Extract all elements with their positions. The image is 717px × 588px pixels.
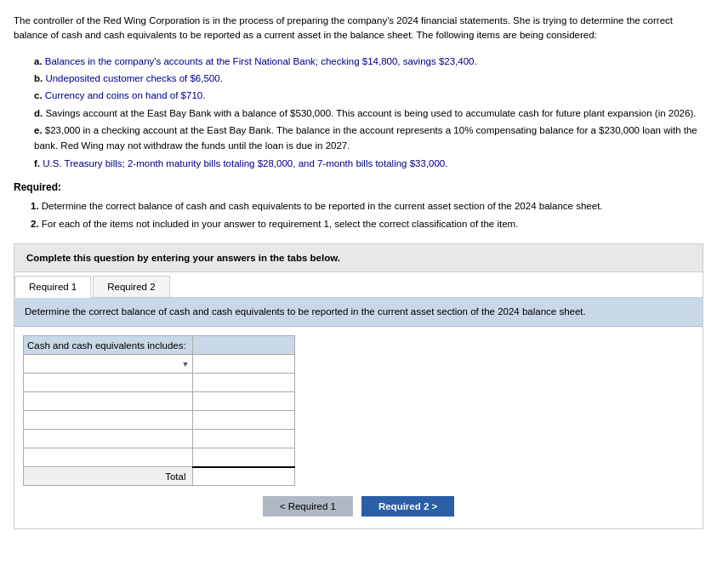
item-f: f. U.S. Treasury bills; 2-month maturity… — [34, 156, 703, 171]
item-c: c. Currency and coins on hand of $710. — [34, 88, 703, 103]
required-heading: Required: — [14, 181, 703, 193]
total-label: Total — [24, 467, 193, 486]
instruction-text: Complete this question by entering your … — [26, 253, 340, 263]
row3-label[interactable] — [24, 392, 193, 411]
required-list: 1. Determine the correct balance of cash… — [31, 198, 703, 231]
row4-value[interactable] — [193, 411, 295, 430]
prev-button[interactable]: < Required 1 — [263, 496, 353, 517]
table-row: ▼ — [24, 355, 295, 374]
table-row — [24, 392, 295, 411]
row4-label[interactable] — [24, 411, 193, 430]
table-row — [24, 411, 295, 430]
instruction-box: Complete this question by entering your … — [14, 243, 703, 272]
table-row — [24, 430, 295, 448]
table-section: Cash and cash equivalents includes: ▼ — [14, 327, 703, 486]
item-d: d. Savings account at the East Bay Bank … — [34, 106, 703, 121]
row6-value[interactable] — [193, 448, 295, 467]
table-header-row: Cash and cash equivalents includes: — [24, 336, 295, 355]
cash-table: Cash and cash equivalents includes: ▼ — [23, 335, 295, 486]
row5-label[interactable] — [24, 430, 193, 448]
tab-content: Determine the correct balance of cash an… — [14, 298, 703, 528]
item-b: b. Undeposited customer checks of $6,500… — [34, 71, 703, 86]
intro-paragraph: The controller of the Red Wing Corporati… — [14, 14, 703, 43]
row2-label[interactable] — [24, 374, 193, 392]
next-button[interactable]: Required 2 > — [361, 496, 454, 517]
row1-label[interactable]: ▼ — [24, 355, 193, 374]
row2-value[interactable] — [193, 374, 295, 392]
total-value[interactable] — [193, 467, 295, 486]
required-item-1: 1. Determine the correct balance of cash… — [31, 198, 703, 214]
tab-required2[interactable]: Required 2 — [93, 276, 169, 297]
table-row — [24, 448, 295, 467]
nav-buttons: < Required 1 Required 2 > — [14, 486, 703, 528]
tab-description: Determine the correct balance of cash an… — [14, 298, 703, 327]
table-header-value — [193, 336, 295, 355]
items-list: a. Balances in the company's accounts at… — [34, 54, 703, 172]
row1-value[interactable] — [193, 355, 295, 374]
table-total-row: Total — [24, 467, 295, 486]
row5-value[interactable] — [193, 430, 295, 448]
tabs-container: Required 1 Required 2 Determine the corr… — [14, 272, 703, 529]
row6-label[interactable] — [24, 448, 193, 467]
required-item-2: 2. For each of the items not included in… — [31, 216, 703, 231]
item-e: e. $23,000 in a checking account at the … — [34, 123, 703, 154]
tabs-header: Required 1 Required 2 — [14, 272, 703, 298]
tab-required1[interactable]: Required 1 — [14, 276, 91, 298]
row3-value[interactable] — [193, 392, 295, 411]
table-row — [24, 374, 295, 392]
item-a: a. Balances in the company's accounts at… — [34, 54, 703, 69]
table-header-label: Cash and cash equivalents includes: — [24, 336, 193, 355]
